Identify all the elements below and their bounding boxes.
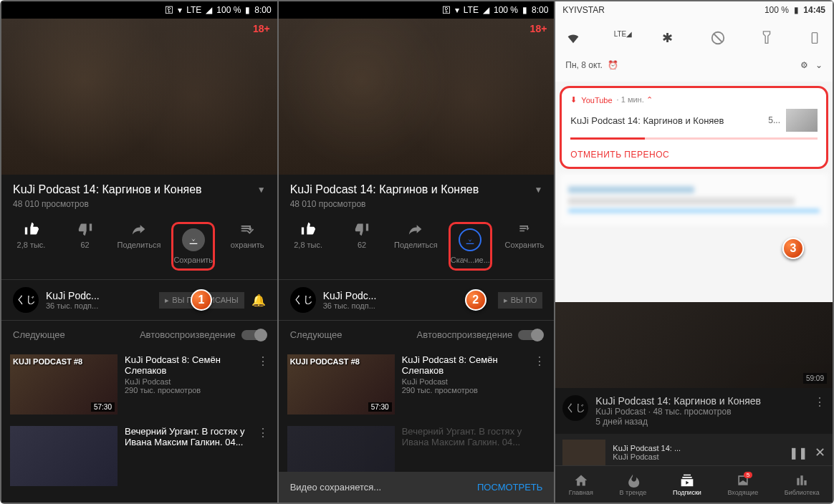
video-thumbnail: KUJI PODCAST #8 57:30 xyxy=(287,354,395,415)
like-button[interactable]: 2,8 тыс. xyxy=(287,222,330,271)
video-player[interactable]: 18+ xyxy=(1,19,277,175)
up-next-label: Следующее xyxy=(13,329,65,340)
download-button[interactable]: Сохранить xyxy=(171,222,215,271)
youtube-notification[interactable]: ⬇ YouTube · 1 мин. ⌃ KuJi Podcast 14: Ка… xyxy=(560,86,828,169)
related-channel: KuJi Podcast xyxy=(125,377,250,386)
duration-badge: 57:30 xyxy=(91,402,115,412)
related-title: KuJi Podcast 8: Семён Слепаков xyxy=(125,354,250,376)
mini-channel: KuJi Podcast xyxy=(613,452,782,461)
save-button[interactable]: Сохранить xyxy=(503,222,546,271)
bg-title: KuJi Podcast 14: Каргинов и Коняев xyxy=(595,395,807,407)
more-icon[interactable]: ⋮ xyxy=(257,426,269,486)
status-bar: ⚿ ▾ LTE ◢ 100 % ▮ 8:00 xyxy=(279,1,555,19)
channel-avatar[interactable]: くじ xyxy=(290,287,316,313)
view-count: 48 010 просмотров xyxy=(279,199,555,216)
lte-signal-icon[interactable]: LTE◢ xyxy=(614,30,630,46)
time-label: 8:00 xyxy=(532,5,548,15)
status-bar: KYIVSTAR 100 % ▮ 14:45 xyxy=(555,1,833,19)
expand-icon[interactable]: ▼ xyxy=(534,185,542,195)
related-channel: KuJi Podcast xyxy=(402,377,527,386)
age-badge: 18+ xyxy=(530,23,547,34)
nav-trending[interactable]: В тренде xyxy=(620,473,647,496)
expand-qs-icon[interactable]: ⌄ xyxy=(815,60,823,70)
more-icon[interactable]: ⋮ xyxy=(814,395,825,427)
video-title[interactable]: KuJi Podcast 14: Каргинов и Коняев xyxy=(290,183,479,196)
subscribe-button[interactable]: ▸ВЫ ПО xyxy=(498,292,543,309)
settings-icon[interactable]: ⚙ xyxy=(800,60,808,70)
duration-badge: 57:30 xyxy=(368,402,392,412)
date-label: Пн, 8 окт. xyxy=(565,60,603,70)
close-icon[interactable]: ✕ xyxy=(815,445,825,460)
snackbar-text: Видео сохраняется... xyxy=(290,482,381,493)
battery-label: 100 % xyxy=(764,5,789,15)
wifi-icon[interactable] xyxy=(565,30,581,46)
bluetooth-icon[interactable]: ✱ xyxy=(662,30,678,46)
signal-icon: ◢ xyxy=(206,5,212,15)
channel-row[interactable]: くじ KuJi Podc... 36 тыс. подп... ▸ВЫ ПОДП… xyxy=(1,279,277,321)
nav-inbox[interactable]: 5 Входящие xyxy=(727,473,758,496)
action-row: 2,8 тыс. 62 Поделиться Сохранить охранит… xyxy=(1,216,277,279)
snackbar-action[interactable]: ПОСМОТРЕТЬ xyxy=(477,482,542,493)
rotate-icon[interactable] xyxy=(807,30,823,46)
mini-title: KuJi Podcast 14: ... xyxy=(613,444,782,452)
save-label: охранить xyxy=(231,241,264,249)
download-icon xyxy=(182,228,205,251)
bg-meta: KuJi Podcast · 48 тыс. просмотров xyxy=(595,407,807,417)
other-notification[interactable] xyxy=(560,173,828,226)
video-player[interactable]: 18+ xyxy=(279,19,555,175)
channel-avatar[interactable]: くじ xyxy=(13,287,39,313)
quick-settings[interactable]: LTE◢ ✱ Пн, 8 окт. ⏰ ⚙ ⌄ xyxy=(555,19,833,82)
autoplay-toggle[interactable] xyxy=(518,330,542,340)
battery-icon: ▮ xyxy=(522,5,527,15)
step-badge-2: 2 xyxy=(465,289,486,311)
save-label: Сохранить xyxy=(505,241,545,249)
wifi-icon: ▾ xyxy=(178,5,182,15)
channel-name: KuJi Podc... xyxy=(46,290,152,301)
dislike-count: 62 xyxy=(358,241,366,249)
related-video-1[interactable]: KUJI PODCAST #8 57:30 KuJi Podcast 8: Се… xyxy=(1,349,277,420)
like-button[interactable]: 2,8 тыс. xyxy=(10,222,53,271)
channel-subs: 36 тыс. подп... xyxy=(46,301,152,310)
progress-bar xyxy=(570,137,818,140)
dnd-icon[interactable] xyxy=(710,30,726,46)
dislike-count: 62 xyxy=(80,241,89,249)
related-title: KuJi Podcast 8: Семён Слепаков xyxy=(402,354,527,376)
video-title[interactable]: KuJi Podcast 14: Каргинов и Коняев xyxy=(13,183,202,196)
dislike-button[interactable]: 62 xyxy=(340,222,383,271)
save-button[interactable]: охранить xyxy=(226,222,269,271)
svg-rect-2 xyxy=(812,33,817,44)
collapse-icon[interactable]: ⌃ xyxy=(646,95,653,104)
cancel-button[interactable]: ОТМЕНИТЬ ПЕРЕНОС xyxy=(570,150,818,160)
time-label: 8:00 xyxy=(254,5,271,15)
carrier-label: KYIVSTAR xyxy=(562,5,604,15)
download-label: Сохранить xyxy=(173,256,213,264)
expand-icon[interactable]: ▼ xyxy=(257,185,266,195)
svg-line-1 xyxy=(714,34,722,42)
duration-badge: 59:09 xyxy=(803,373,827,384)
autoplay-toggle[interactable] xyxy=(241,330,266,340)
downloading-button[interactable]: Скач...ие... xyxy=(449,222,492,271)
channel-row[interactable]: くじ KuJi Podc... 36 тыс. подп... ▸ВЫ ПО xyxy=(279,279,555,321)
screenshot-3: KYIVSTAR 100 % ▮ 14:45 LTE◢ ✱ Пн, 8 окт.… xyxy=(555,1,833,503)
dislike-button[interactable]: 62 xyxy=(64,222,107,271)
share-label: Поделиться xyxy=(118,241,161,249)
more-icon[interactable]: ⋮ xyxy=(534,354,545,415)
pause-icon[interactable]: ❚❚ xyxy=(789,446,807,460)
related-video-1[interactable]: KUJI PODCAST #8 57:30 KuJi Podcast 8: Се… xyxy=(279,349,555,420)
bell-icon[interactable]: 🔔 xyxy=(251,294,266,307)
share-button[interactable]: Поделиться xyxy=(394,222,438,271)
nav-home[interactable]: Главная xyxy=(569,473,593,496)
vpn-icon: ⚿ xyxy=(165,5,173,15)
nav-subscriptions[interactable]: Подписки xyxy=(673,473,701,496)
share-button[interactable]: Поделиться xyxy=(118,222,161,271)
related-video-2[interactable]: Вечерний Ургант. В гостях у Ивана Максим… xyxy=(1,420,277,492)
screenshot-1: ⚿ ▾ LTE ◢ 100 % ▮ 8:00 18+ KuJi Podcast … xyxy=(1,1,279,503)
autoplay-label: Автовоспроизведение xyxy=(140,329,236,340)
more-icon[interactable]: ⋮ xyxy=(257,354,269,415)
screenshot-2: ⚿ ▾ LTE ◢ 100 % ▮ 8:00 18+ KuJi Podcast … xyxy=(279,1,556,503)
notif-percent: 5... xyxy=(768,115,780,125)
action-row: 2,8 тыс. 62 Поделиться Скач...ие... Сохр… xyxy=(279,216,555,279)
flashlight-icon[interactable] xyxy=(759,30,775,46)
nav-library[interactable]: Библиотека xyxy=(785,473,820,496)
downloading-icon xyxy=(459,228,481,251)
